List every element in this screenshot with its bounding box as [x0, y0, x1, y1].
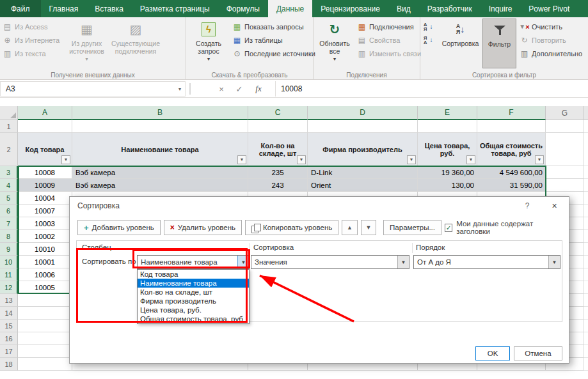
dropdown-item-selected[interactable]: Наименование товара [138, 279, 249, 288]
cell-a2[interactable]: Код товара▼ [18, 133, 72, 166]
tab-insert[interactable]: Вставка [86, 0, 132, 17]
move-up-button[interactable]: ▲ [342, 220, 357, 235]
row-header-18[interactable]: 18 [0, 358, 18, 371]
new-query-button[interactable]: ϟ Создать запрос ▾ [188, 19, 229, 68]
from-web-button[interactable]: ⊕ Из Интернета [1, 33, 63, 47]
dropdown-item[interactable]: Кол-во на складе, шт [138, 288, 249, 297]
tab-review[interactable]: Рецензирование [312, 0, 388, 17]
row-header-8[interactable]: 8 [0, 230, 18, 243]
cell-f4[interactable]: 31 590,00 [477, 179, 546, 192]
sort-ascending-button[interactable]: АЯ ↓ [422, 20, 439, 33]
column-header-e[interactable]: E [418, 106, 477, 120]
cancel-button[interactable]: Отмена [514, 346, 562, 360]
tab-developer[interactable]: Разработчик [419, 0, 481, 17]
move-down-button[interactable]: ▼ [361, 220, 376, 235]
row-header-4[interactable]: 4 [0, 179, 18, 192]
dropdown-item[interactable]: Код товара [138, 270, 249, 279]
dropdown-item[interactable]: Общая стоимость товара, руб [138, 314, 249, 323]
help-button[interactable]: ? [514, 197, 540, 215]
cell[interactable] [477, 120, 546, 133]
cell-f2[interactable]: Общая стоимость товара, руб▼ [477, 133, 546, 166]
row-header-1[interactable]: 1 [0, 120, 18, 133]
filter-dropdown-icon[interactable]: ▼ [466, 155, 475, 164]
advanced-filter-button[interactable]: ▥ Дополнительно [518, 47, 587, 60]
row-header-15[interactable]: 15 [0, 320, 18, 332]
sort-column-combobox[interactable]: Наименование товара ▼ [137, 255, 250, 269]
tab-power-pivot[interactable]: Power Pivot [520, 0, 578, 17]
cell-a10[interactable]: 10001 [18, 256, 72, 268]
tab-inquire[interactable]: Inquire [481, 0, 521, 17]
row-header-12[interactable]: 12 [0, 281, 18, 294]
options-button[interactable]: Параметры... [383, 220, 441, 235]
cell[interactable] [18, 120, 72, 133]
column-header-a[interactable]: A [18, 106, 72, 120]
cell[interactable] [308, 120, 418, 133]
combobox-arrow-icon[interactable]: ▼ [237, 256, 249, 268]
refresh-all-button[interactable]: ↻ Обновить все ▾ [315, 19, 354, 68]
cell[interactable] [546, 179, 584, 192]
column-header-c[interactable]: C [248, 106, 308, 120]
cell-a9[interactable]: 10010 [18, 243, 72, 256]
cell[interactable] [248, 120, 308, 133]
show-queries-button[interactable]: ▦ Показать запросы [231, 20, 312, 33]
cell-a7[interactable]: 10003 [18, 217, 72, 230]
row-header-2[interactable]: 2 [0, 133, 18, 166]
cell-a3-active[interactable]: 10008 [18, 166, 72, 179]
cell-a12[interactable]: 10005 [18, 281, 72, 294]
ok-button[interactable]: OK [475, 346, 510, 360]
cell[interactable] [18, 307, 72, 320]
tab-file[interactable]: Файл [0, 0, 41, 17]
select-all-button[interactable] [0, 106, 18, 120]
cell-c2[interactable]: Кол-во на складе, шт▼ [248, 133, 308, 166]
tab-formulas[interactable]: Формулы [218, 0, 268, 17]
cell-e2[interactable]: Цена товара, руб.▼ [418, 133, 477, 166]
cell-b3[interactable]: Вэб камера [72, 166, 248, 179]
filter-dropdown-icon[interactable]: ▼ [407, 155, 416, 164]
cell-f3[interactable]: 4 549 600,00 [477, 166, 546, 179]
cell[interactable] [18, 320, 72, 332]
properties-button[interactable]: ▤ Свойства [356, 33, 418, 47]
reapply-button[interactable]: ↻ Повторить [518, 33, 587, 47]
delete-level-button[interactable]: × Удалить уровень [164, 220, 242, 235]
connections-button[interactable]: ▦ Подключения [356, 20, 418, 33]
cell-d4[interactable]: Orient [308, 179, 418, 192]
sort-order-combobox[interactable]: От А до Я ▼ [413, 255, 560, 269]
clear-filter-button[interactable]: ▼× Очистить [518, 20, 587, 33]
dropdown-item[interactable]: Фирма производитель [138, 297, 249, 306]
filter-button[interactable]: Фильтр [482, 19, 516, 68]
checkbox-icon[interactable]: ✓ [445, 224, 452, 232]
cell[interactable] [546, 166, 584, 179]
filter-dropdown-icon[interactable]: ▼ [61, 155, 70, 164]
cell[interactable] [18, 358, 72, 371]
cell-a5[interactable]: 10004 [18, 192, 72, 205]
filter-dropdown-icon[interactable]: ▼ [535, 155, 544, 164]
column-header-g[interactable]: G [546, 106, 584, 120]
add-level-button[interactable]: + Добавить уровень [77, 220, 161, 235]
cell[interactable] [418, 120, 477, 133]
existing-connections-button[interactable]: ▨ Существующие подключения [112, 19, 159, 68]
filter-dropdown-icon[interactable]: ▼ [297, 155, 306, 164]
column-header-d[interactable]: D [308, 106, 418, 120]
cell-b2[interactable]: Наименование товара▼ [72, 133, 248, 166]
row-header-17[interactable]: 17 [0, 345, 18, 358]
column-header-f[interactable]: F [477, 106, 546, 120]
filter-dropdown-icon[interactable]: ▼ [237, 155, 246, 164]
cell[interactable] [546, 120, 584, 133]
sort-button[interactable]: АЯ ↓ Сортировка [440, 19, 481, 68]
cell-a6[interactable]: 10007 [18, 205, 72, 217]
name-box[interactable]: A3 ▾ [0, 81, 186, 97]
cell[interactable] [72, 120, 248, 133]
dropdown-item[interactable]: Цена товара, руб. [138, 306, 249, 314]
cell[interactable] [546, 133, 584, 166]
from-text-button[interactable]: ▥ Из текста [1, 47, 63, 60]
cell-a8[interactable]: 10002 [18, 230, 72, 243]
close-button[interactable]: × [540, 197, 569, 215]
enter-entry-button[interactable]: ✓ [231, 81, 248, 97]
cell-e3[interactable]: 19 360,00 [418, 166, 477, 179]
cell-d2[interactable]: Фирма производитель▼ [308, 133, 418, 166]
cell[interactable] [18, 294, 72, 307]
tab-view[interactable]: Вид [388, 0, 419, 17]
combobox-arrow-icon[interactable]: ▼ [548, 256, 560, 268]
cell[interactable] [18, 332, 72, 345]
row-header-6[interactable]: 6 [0, 205, 18, 217]
